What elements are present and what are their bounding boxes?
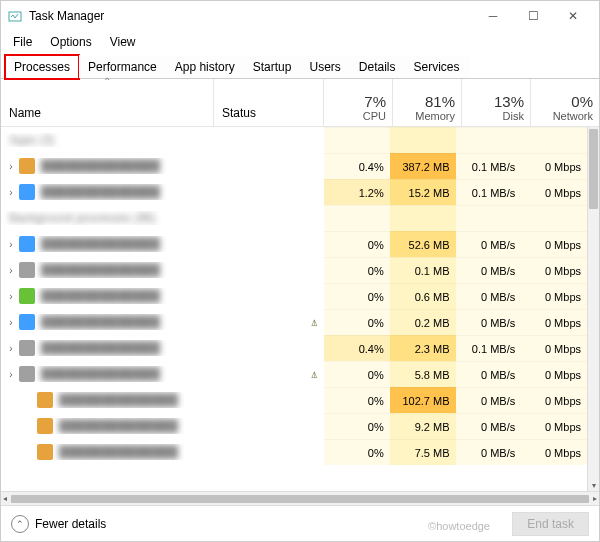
mem-cell: 9.2 MB <box>390 413 456 439</box>
process-row[interactable]: ›██████████████0%52.6 MB0 MB/s0 Mbps <box>1 231 587 257</box>
disk-cell: 0.1 MB/s <box>456 153 522 179</box>
disk-label: Disk <box>503 110 524 122</box>
col-cpu[interactable]: 7% CPU <box>324 79 393 126</box>
disk-cell <box>456 205 522 231</box>
efficiency-icon: ⍋ <box>311 316 318 328</box>
process-row[interactable]: ██████████████0%9.2 MB0 MB/s0 Mbps <box>1 413 587 439</box>
process-name: ██████████████ <box>41 185 160 199</box>
col-memory[interactable]: 81% Memory <box>393 79 462 126</box>
expand-icon[interactable]: › <box>5 317 17 328</box>
net-cell <box>521 127 587 153</box>
tab-apphistory[interactable]: App history <box>166 55 244 78</box>
process-group-header[interactable]: Apps (3) <box>1 127 587 153</box>
tab-performance[interactable]: Performance <box>79 55 166 78</box>
process-row[interactable]: ›██████████████0.4%387.2 MB0.1 MB/s0 Mbp… <box>1 153 587 179</box>
window-title: Task Manager <box>29 9 473 23</box>
titlebar[interactable]: Task Manager ─ ☐ ✕ <box>1 1 599 31</box>
memory-pct: 81% <box>425 93 455 110</box>
mem-cell: 102.7 MB <box>390 387 456 413</box>
expand-icon[interactable]: › <box>5 291 17 302</box>
net-cell <box>521 205 587 231</box>
col-name-label: Name <box>9 106 41 120</box>
process-name: ██████████████ <box>41 341 160 355</box>
expand-icon[interactable]: › <box>5 239 17 250</box>
col-network[interactable]: 0% Network <box>531 79 599 126</box>
process-icon <box>19 366 35 382</box>
process-name: ██████████████ <box>59 419 178 433</box>
col-status[interactable]: Status <box>214 79 324 126</box>
cpu-cell: 0% <box>324 257 390 283</box>
process-name: ██████████████ <box>41 289 160 303</box>
end-task-button[interactable]: End task <box>512 512 589 536</box>
expand-icon[interactable]: › <box>5 161 17 172</box>
mem-cell: 5.8 MB <box>390 361 456 387</box>
tab-users[interactable]: Users <box>300 55 349 78</box>
disk-cell: 0 MB/s <box>456 283 522 309</box>
scroll-right-icon[interactable]: ▸ <box>593 494 597 503</box>
mem-cell <box>390 205 456 231</box>
disk-cell: 0 MB/s <box>456 309 522 335</box>
process-icon <box>19 340 35 356</box>
fewer-details-label: Fewer details <box>35 517 106 531</box>
sort-indicator-icon: ⌃ <box>103 76 111 87</box>
process-name: ██████████████ <box>59 445 178 459</box>
fewer-details-button[interactable]: ⌃ Fewer details <box>11 515 106 533</box>
net-cell: 0 Mbps <box>521 361 587 387</box>
process-row[interactable]: ›██████████████0%0.6 MB0 MB/s0 Mbps <box>1 283 587 309</box>
process-icon <box>19 262 35 278</box>
hscroll-thumb[interactable] <box>11 495 589 503</box>
mem-cell <box>390 127 456 153</box>
horizontal-scrollbar[interactable]: ◂ ▸ <box>1 491 599 505</box>
tab-bar: Processes Performance App history Startu… <box>1 53 599 79</box>
mem-cell: 15.2 MB <box>390 179 456 205</box>
menu-file[interactable]: File <box>5 33 40 51</box>
close-button[interactable]: ✕ <box>553 1 593 31</box>
process-row[interactable]: ██████████████0%7.5 MB0 MB/s0 Mbps <box>1 439 587 465</box>
cpu-cell: 0% <box>324 413 390 439</box>
process-row[interactable]: ›██████████████0.4%2.3 MB0.1 MB/s0 Mbps <box>1 335 587 361</box>
tab-processes[interactable]: Processes <box>5 55 79 79</box>
expand-icon[interactable]: › <box>5 369 17 380</box>
scroll-down-icon[interactable]: ▾ <box>588 479 599 491</box>
scroll-thumb[interactable] <box>589 129 598 209</box>
col-disk[interactable]: 13% Disk <box>462 79 531 126</box>
expand-icon[interactable]: › <box>5 265 17 276</box>
minimize-button[interactable]: ─ <box>473 1 513 31</box>
scroll-left-icon[interactable]: ◂ <box>3 494 7 503</box>
expand-icon[interactable]: › <box>5 343 17 354</box>
expand-icon[interactable]: › <box>5 187 17 198</box>
process-row[interactable]: ›██████████████1.2%15.2 MB0.1 MB/s0 Mbps <box>1 179 587 205</box>
cpu-cell: 0% <box>324 231 390 257</box>
tab-startup[interactable]: Startup <box>244 55 301 78</box>
menu-options[interactable]: Options <box>42 33 99 51</box>
vertical-scrollbar[interactable]: ▴ ▾ <box>587 127 599 491</box>
tab-services[interactable]: Services <box>405 55 469 78</box>
disk-cell: 0 MB/s <box>456 361 522 387</box>
col-status-label: Status <box>222 106 256 120</box>
disk-cell <box>456 127 522 153</box>
process-row[interactable]: ██████████████0%102.7 MB0 MB/s0 Mbps <box>1 387 587 413</box>
watermark: ©howtoedge <box>428 520 490 532</box>
col-name[interactable]: ⌃ Name <box>1 79 214 126</box>
process-name: ██████████████ <box>41 367 160 381</box>
process-row[interactable]: ›██████████████0%0.1 MB0 MB/s0 Mbps <box>1 257 587 283</box>
net-cell: 0 Mbps <box>521 231 587 257</box>
footer: ⌃ Fewer details ©howtoedge End task <box>1 505 599 541</box>
process-icon <box>19 288 35 304</box>
mem-cell: 387.2 MB <box>390 153 456 179</box>
cpu-cell: 0.4% <box>324 153 390 179</box>
process-name: ██████████████ <box>41 315 160 329</box>
mem-cell: 0.1 MB <box>390 257 456 283</box>
maximize-button[interactable]: ☐ <box>513 1 553 31</box>
process-icon <box>19 184 35 200</box>
process-row[interactable]: ›██████████████⍋0%5.8 MB0 MB/s0 Mbps <box>1 361 587 387</box>
menu-view[interactable]: View <box>102 33 144 51</box>
group-name: Apps (3) <box>5 133 54 147</box>
process-name: ██████████████ <box>41 237 160 251</box>
cpu-cell: 0% <box>324 283 390 309</box>
tab-details[interactable]: Details <box>350 55 405 78</box>
disk-cell: 0 MB/s <box>456 387 522 413</box>
process-row[interactable]: ›██████████████⍋0%0.2 MB0 MB/s0 Mbps <box>1 309 587 335</box>
process-icon <box>37 444 53 460</box>
process-group-header[interactable]: Background processes (96) <box>1 205 587 231</box>
